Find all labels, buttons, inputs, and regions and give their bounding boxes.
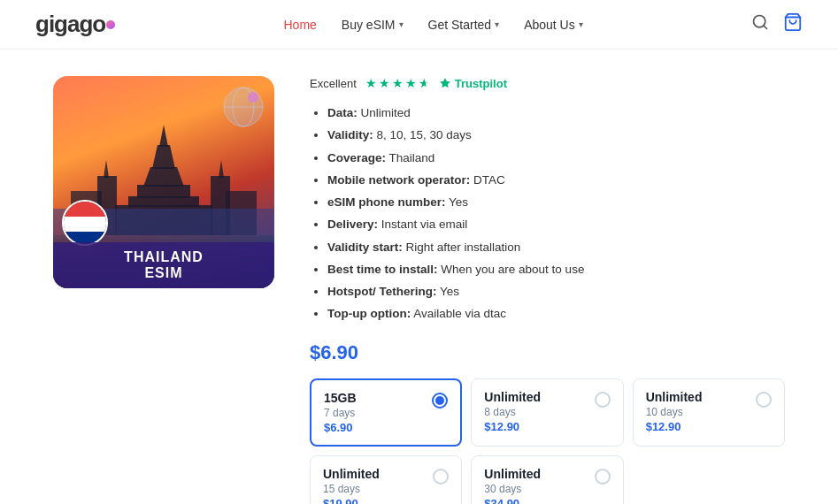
plan-card-unlimited-8days[interactable]: Unlimited 8 days $12.90 [471,378,623,447]
product-details: Excellent ★ ★ ★ ★ ★ ★ Trustpilot Data: U… [310,76,785,504]
chevron-down-icon: ▾ [399,19,404,29]
rating-row: Excellent ★ ★ ★ ★ ★ ★ Trustpilot [310,76,785,90]
specs-list: Data: Unlimited Validity: 8, 10, 15, 30 … [310,104,785,324]
plan-name: Unlimited [646,390,703,404]
spec-best-time: Best time to install: When you are about… [327,261,785,279]
product-scene: THAILAND ESIM [53,76,274,288]
chevron-down-icon: ▾ [579,19,583,29]
nav-home[interactable]: Home [283,18,316,32]
trustpilot-label: Trustpilot [455,77,507,90]
star-1: ★ [365,76,377,90]
svg-marker-7 [159,125,168,147]
thailand-flag [62,200,108,246]
header-icons [751,12,803,36]
spec-data: Data: Unlimited [327,104,785,122]
plan-card-unlimited-30days[interactable]: Unlimited 30 days $34.90 [471,455,623,505]
plan-price: $34.90 [484,497,541,505]
svg-marker-13 [104,160,109,178]
plan-radio-3 [433,469,449,485]
product-image-box: THAILAND ESIM [53,76,274,288]
star-3: ★ [392,76,404,90]
plan-radio-2 [756,392,772,408]
plan-price: $6.90 [324,421,357,434]
plan-validity: 30 days [484,483,541,495]
logo[interactable]: gigago [35,11,115,38]
spec-hotspot: Hotspot/ Tethering: Yes [327,283,785,301]
chevron-down-icon: ▾ [495,19,499,29]
plan-card-unlimited-15days[interactable]: Unlimited 15 days $19.90 [310,455,462,505]
plan-radio-4 [595,469,611,485]
plan-card-unlimited-10days[interactable]: Unlimited 10 days $12.90 [633,378,785,447]
nav-buy-esim[interactable]: Buy eSIM ▾ [342,18,404,32]
trustpilot-badge: Trustpilot [439,77,507,90]
product-image-section: THAILAND ESIM [53,76,274,504]
logo-dot [106,20,115,29]
plan-validity: 15 days [323,483,380,495]
search-button[interactable] [751,13,769,35]
star-rating: ★ ★ ★ ★ ★ ★ [365,76,430,90]
star-4: ★ [405,76,417,90]
plan-radio-0 [432,393,448,409]
nav-about-us[interactable]: About Us ▾ [524,18,583,32]
page-content: THAILAND ESIM Excellent ★ ★ ★ ★ ★ ★ [0,50,838,504]
logo-text-giga: giga [35,11,79,38]
spec-operator: Mobile network operator: DTAC [327,172,785,189]
star-5-half: ★ ★ [419,76,430,90]
svg-marker-15 [219,160,224,178]
nav-get-started[interactable]: Get Started ▾ [428,18,500,32]
plan-name: Unlimited [484,467,541,481]
svg-rect-10 [137,185,190,198]
main-nav: Home Buy eSIM ▾ Get Started ▾ About Us ▾ [283,18,582,32]
plan-validity: 8 days [484,406,541,418]
svg-marker-8 [152,145,175,169]
plan-card-15gb-7days[interactable]: 15GB 7 days $6.90 [310,378,462,447]
svg-point-6 [248,92,258,103]
plan-price: $12.90 [646,420,703,433]
plan-name: 15GB [324,391,357,405]
plan-name: Unlimited [484,390,541,404]
svg-line-1 [764,26,767,29]
spec-validity-start: Validity start: Right after installation [327,239,785,256]
logo-text-go: go [79,11,105,38]
plan-validity: 7 days [324,407,357,419]
plan-validity: 10 days [646,406,703,418]
rating-label: Excellent [310,77,357,90]
svg-marker-9 [143,167,184,187]
spec-topup: Top-up option: Available via dtac [327,305,785,323]
spec-coverage: Coverage: Thailand [327,149,785,167]
spec-esim-phone: eSIM phone number: Yes [327,194,785,211]
star-2: ★ [379,76,390,90]
plan-price: $19.90 [323,497,380,505]
product-price: $6.90 [310,341,785,364]
product-image-label: THAILAND ESIM [53,242,274,288]
plan-radio-1 [595,392,611,408]
spec-validity: Validity: 8, 10, 15, 30 days [327,126,785,144]
spec-delivery: Delivery: Instant via email [327,216,785,233]
plan-name: Unlimited [323,467,380,481]
header: gigago Home Buy eSIM ▾ Get Started ▾ Abo… [0,0,838,50]
plan-price: $12.90 [484,420,541,433]
cart-button[interactable] [783,12,803,36]
plans-grid: 15GB 7 days $6.90 Unlimited 8 days $12.9… [310,378,785,505]
